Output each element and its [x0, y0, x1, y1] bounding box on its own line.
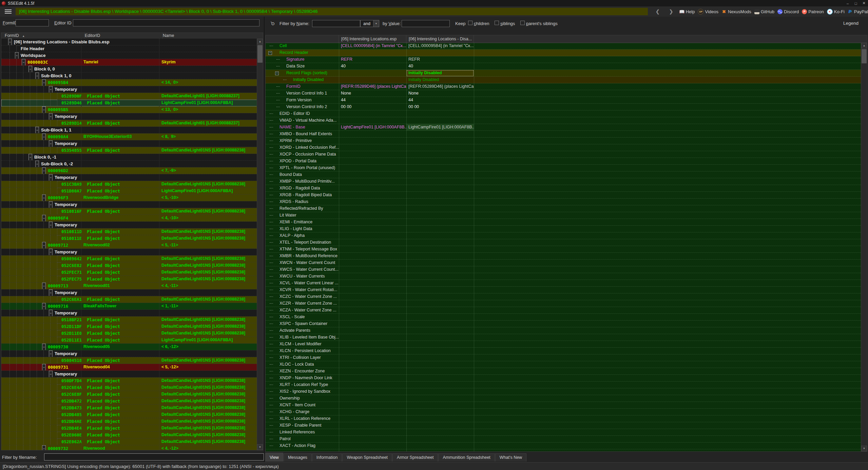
collapse-icon[interactable]: −: [49, 201, 53, 208]
compare-cell-plugin05[interactable]: [339, 436, 406, 443]
tree-row[interactable]: 05289D46 Placed ObjectLightCampFire01 [L…: [1, 100, 257, 106]
compare-row[interactable]: −Record Flags (sorted)Initially Disabled: [266, 70, 861, 77]
compare-cell-plugin05[interactable]: [339, 138, 406, 144]
compare-row-label[interactable]: XRGB - Ragdoll Biped Data: [269, 192, 349, 199]
compare-row-label[interactable]: XWCS - Water Current Count...: [269, 266, 349, 273]
compare-cell-plugin06[interactable]: [406, 171, 474, 178]
compare-row-label[interactable]: XWCU - Water Currents: [269, 273, 349, 280]
compare-cell-plugin06[interactable]: [406, 131, 474, 138]
collapse-icon[interactable]: −: [49, 350, 53, 357]
tree-row[interactable]: 052C6E8F Placed ObjectDefaultCandleLight…: [1, 391, 257, 398]
tree-row[interactable]: 052DB472 Placed ObjectDefaultCandleLight…: [1, 398, 257, 405]
compare-row-label[interactable]: XEMI - Emittance: [269, 219, 349, 226]
legend-button[interactable]: Legend: [841, 20, 861, 26]
compare-cell-plugin06[interactable]: [406, 219, 474, 226]
compare-row[interactable]: XCZR - Water Current Zone ...: [266, 300, 861, 307]
compare-row[interactable]: XLRL - Location Reference: [266, 415, 861, 422]
compare-cell-plugin06[interactable]: [406, 368, 474, 375]
compare-cell-plugin05[interactable]: [339, 334, 406, 341]
collapse-icon[interactable]: −: [42, 79, 46, 86]
compare-row-label[interactable]: Lit Water: [269, 212, 349, 219]
tab-view[interactable]: View: [265, 453, 283, 462]
compare-cell-plugin05[interactable]: [CELL:000095B4] (in Tamriel "Ск...: [339, 43, 406, 49]
compare-cell-plugin05[interactable]: [339, 260, 406, 266]
compare-cell-plugin06[interactable]: [406, 178, 474, 185]
compare-row-label[interactable]: VMAD - Virtual Machine Ada...: [269, 117, 349, 124]
compare-cell-plugin05[interactable]: [339, 375, 406, 382]
compare-cell-plugin06[interactable]: [406, 232, 474, 239]
compare-row[interactable]: XNDP - Navmesh Door Link: [266, 375, 861, 382]
compare-cell-plugin06[interactable]: [406, 138, 474, 144]
filename-filter-input[interactable]: [44, 453, 264, 461]
compare-row-label[interactable]: XLIB - Leveled Item Base Obj...: [269, 334, 349, 341]
main-menu-icon[interactable]: [5, 9, 12, 14]
tree-row[interactable]: −Worldspace: [1, 52, 257, 59]
compare-cell-plugin05[interactable]: [339, 117, 406, 124]
compare-cell-plugin06[interactable]: [406, 287, 474, 293]
compare-row-label[interactable]: NAME - Base: [269, 124, 349, 131]
tree-row[interactable]: −Temporary: [1, 350, 257, 357]
keep-parents-siblings-checkbox[interactable]: [520, 21, 525, 25]
collapse-icon[interactable]: −: [49, 86, 53, 93]
collapse-icon[interactable]: −: [42, 344, 46, 350]
compare-cell-plugin05[interactable]: [339, 144, 406, 151]
collapse-icon[interactable]: −: [49, 174, 53, 181]
compare-cell-plugin06[interactable]: [406, 151, 474, 158]
compare-cell-plugin05[interactable]: [339, 327, 406, 334]
compare-cell-plugin06[interactable]: [406, 144, 474, 151]
compare-row-label[interactable]: Cell: [269, 43, 349, 49]
compare-header-plugin06[interactable]: [06] Interesting Locations - Disa...: [406, 35, 474, 43]
compare-cell-plugin05[interactable]: [339, 314, 406, 321]
compare-row[interactable]: XLRT - Location Ref Type: [266, 382, 861, 388]
link-nexusmods[interactable]: ✖NexusMods: [721, 9, 751, 14]
compare-row-label[interactable]: XLCM - Level Modifier: [269, 341, 349, 348]
compare-cell-plugin05[interactable]: [339, 192, 406, 199]
collapse-icon[interactable]: −: [42, 215, 46, 222]
compare-row-label[interactable]: XMBP - MultiBound Primitiv...: [269, 178, 349, 185]
compare-cell-plugin06[interactable]: [406, 205, 474, 212]
tree-row[interactable]: −Temporary: [1, 310, 257, 316]
tree-row[interactable]: −000096D2< 7, -9>: [1, 167, 257, 174]
compare-row-label[interactable]: XLRT - Location Ref Type: [269, 382, 349, 388]
compare-row-label[interactable]: XTEL - Teleport Destination: [269, 239, 349, 246]
compare-cell-plugin05[interactable]: [339, 409, 406, 415]
tab-messages[interactable]: Messages: [284, 453, 312, 462]
compare-row[interactable]: Version Control Info 200 0000 00: [266, 104, 861, 110]
compare-cell-plugin05[interactable]: [339, 178, 406, 185]
filter-name-input[interactable]: [312, 20, 360, 27]
tree-row[interactable]: −000095B5< 13, 0>: [1, 106, 257, 113]
compare-cell-plugin05[interactable]: [339, 131, 406, 138]
compare-row-label[interactable]: Reflected/Refracted By: [269, 205, 349, 212]
compare-cell-plugin06[interactable]: [406, 273, 474, 280]
compare-row[interactable]: XLOC - Lock Data: [266, 361, 861, 368]
compare-row[interactable]: XMBO - Bound Half Extents: [266, 131, 861, 138]
compare-row[interactable]: −Record Header: [266, 49, 861, 56]
tree-row[interactable]: −000096F3RiverwoodBridge< 5, -10>: [1, 195, 257, 201]
compare-row-label[interactable]: XSCL - Scale: [269, 314, 349, 321]
collapse-icon[interactable]: −: [28, 154, 32, 161]
compare-cell-plugin06[interactable]: [406, 354, 474, 361]
compare-cell-plugin06[interactable]: [406, 199, 474, 205]
compare-row-label[interactable]: Patrol: [269, 436, 349, 443]
compare-row[interactable]: XSCL - Scale: [266, 314, 861, 321]
compare-row[interactable]: XCZC - Water Current Zone ...: [266, 293, 861, 300]
compare-row-label[interactable]: XCZC - Water Current Zone ...: [269, 293, 349, 300]
compare-cell-plugin06[interactable]: [406, 314, 474, 321]
compare-row-label[interactable]: Bound Data: [269, 171, 349, 178]
compare-cell-plugin05[interactable]: [339, 300, 406, 307]
link-github[interactable]: GitHub: [754, 9, 774, 14]
compare-row-label[interactable]: Record Header: [269, 49, 349, 56]
compare-cell-plugin05[interactable]: [339, 293, 406, 300]
nav-back-icon[interactable]: ❮: [653, 8, 663, 15]
nav-forward-icon[interactable]: ❯: [666, 8, 676, 15]
compare-cell-plugin06[interactable]: [406, 341, 474, 348]
compare-cell-plugin05[interactable]: [339, 212, 406, 219]
compare-cell-plugin05[interactable]: [339, 443, 406, 449]
compare-row[interactable]: Ownership: [266, 395, 861, 402]
filter-value-input[interactable]: [402, 20, 450, 27]
compare-cell-plugin06[interactable]: [406, 226, 474, 232]
tab-what-s-new[interactable]: What's New: [495, 453, 526, 462]
compare-row-label[interactable]: XCZR - Water Current Zone ...: [269, 300, 349, 307]
collapse-icon[interactable]: −: [35, 73, 39, 79]
collapse-icon[interactable]: −: [42, 364, 46, 371]
